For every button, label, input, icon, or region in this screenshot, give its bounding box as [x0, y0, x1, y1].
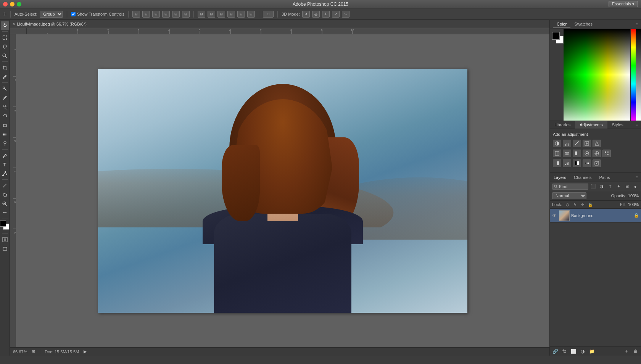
foreground-color[interactable]: [0, 221, 6, 227]
align-top-edges[interactable]: ⊟: [162, 11, 170, 18]
crop-tool[interactable]: [1, 63, 9, 72]
path-selection-tool[interactable]: [1, 169, 9, 178]
align-center-v[interactable]: ⊟: [172, 11, 180, 18]
tab-styles[interactable]: Styles: [607, 121, 628, 129]
filter-shape-btn[interactable]: ✦: [615, 183, 622, 190]
hand-tool[interactable]: [1, 190, 9, 199]
hue-slider[interactable]: [630, 29, 636, 121]
brush-tool[interactable]: [1, 93, 9, 102]
distribute-center-v[interactable]: ⊟: [237, 11, 245, 18]
gradient-tool[interactable]: [1, 130, 9, 139]
tab-color[interactable]: Color: [553, 21, 570, 28]
lock-all-btn[interactable]: 🔒: [587, 201, 593, 208]
invert-btn[interactable]: [553, 159, 561, 167]
channel-mixer-btn[interactable]: [593, 150, 601, 157]
canvas-image[interactable]: [98, 69, 467, 313]
blend-mode-select[interactable]: Normal Multiply Screen Overlay Darken Li…: [552, 192, 586, 199]
distribute-bottom[interactable]: ⊟: [247, 11, 255, 18]
color-picker-area[interactable]: [550, 29, 641, 121]
quick-mask-btn[interactable]: [1, 235, 9, 244]
type-tool[interactable]: T: [1, 160, 9, 169]
color-panel-more[interactable]: ≡: [636, 22, 638, 26]
threshold-btn[interactable]: [573, 159, 581, 167]
history-brush-tool[interactable]: [1, 112, 9, 120]
filter-type-btn[interactable]: T: [607, 183, 614, 190]
fg-chip[interactable]: [552, 32, 560, 40]
tab-channels[interactable]: Channels: [570, 174, 595, 181]
alpha-slider[interactable]: [636, 29, 641, 121]
vibrance-btn[interactable]: [593, 140, 601, 147]
opacity-value[interactable]: 100%: [628, 193, 639, 198]
lock-position-btn[interactable]: ✛: [580, 201, 586, 208]
hue-sat-btn[interactable]: [553, 150, 561, 157]
spot-healing-brush[interactable]: [1, 84, 9, 93]
lock-transparent-btn[interactable]: ⬡: [564, 201, 570, 208]
3d-pan[interactable]: ✛: [322, 11, 330, 18]
add-style-btn[interactable]: fx: [560, 348, 568, 355]
align-right-edges[interactable]: ⊟: [152, 11, 160, 18]
add-mask-btn[interactable]: ⬜: [570, 348, 577, 355]
tab-layers[interactable]: Layers: [550, 174, 570, 181]
3d-rotate[interactable]: ↺: [302, 11, 310, 18]
filter-toggle[interactable]: ●: [632, 183, 639, 190]
new-adj-layer-btn[interactable]: ◑: [579, 348, 586, 355]
close-button[interactable]: [3, 2, 8, 6]
align-left-edges[interactable]: ⊟: [132, 11, 140, 18]
fill-value[interactable]: 100%: [628, 202, 639, 207]
align-center-h[interactable]: ⊟: [142, 11, 150, 18]
canvas-wrapper[interactable]: [16, 34, 549, 347]
layers-more-btn[interactable]: ≡: [633, 174, 641, 180]
zoom-tool[interactable]: [1, 200, 9, 208]
brightness-contrast-btn[interactable]: [553, 140, 561, 147]
gradient-map-btn[interactable]: [583, 159, 591, 167]
brush-tool-2[interactable]: [1, 209, 9, 217]
align-bottom-edges[interactable]: ⊟: [182, 11, 190, 18]
eyedropper-tool[interactable]: [1, 72, 9, 81]
curves-btn[interactable]: [573, 140, 581, 147]
essentials-button[interactable]: Essentials ▾: [609, 1, 638, 7]
move-tool[interactable]: [1, 21, 9, 30]
arrange-btn[interactable]: □: [263, 11, 274, 18]
3d-scale[interactable]: ⤡: [342, 11, 349, 18]
bw-btn[interactable]: [573, 150, 581, 157]
3d-roll[interactable]: ◎: [312, 11, 320, 18]
layer-filter[interactable]: Kind: [552, 184, 588, 190]
distribute-top[interactable]: ⊟: [227, 11, 235, 18]
delete-layer-btn[interactable]: 🗑: [632, 348, 639, 355]
link-layers-btn[interactable]: 🔗: [551, 348, 559, 355]
layer-visibility-eye[interactable]: 👁: [551, 213, 557, 219]
selective-color-btn[interactable]: [593, 159, 601, 167]
eraser-tool[interactable]: [1, 121, 9, 129]
lasso-tool[interactable]: [1, 42, 9, 51]
history-nav-forward[interactable]: ▶: [84, 349, 87, 354]
maximize-button[interactable]: [17, 2, 21, 6]
zoom-info-icon[interactable]: ⊞: [32, 349, 35, 354]
posterize-btn[interactable]: [563, 159, 571, 167]
layer-filter-kind[interactable]: Kind: [559, 184, 567, 189]
pen-tool[interactable]: [1, 151, 9, 159]
distribute-left[interactable]: ⊟: [198, 11, 205, 18]
tab-swatches[interactable]: Swatches: [570, 21, 596, 28]
distribute-center-h[interactable]: ⊟: [208, 11, 215, 18]
3d-slide[interactable]: ⤢: [332, 11, 340, 18]
color-swatches[interactable]: [1, 221, 9, 232]
layer-thumbnail[interactable]: [559, 210, 570, 221]
dodge-tool[interactable]: [1, 139, 9, 148]
layer-row-background[interactable]: 👁 Background 🔒: [550, 209, 641, 222]
quick-select-tool[interactable]: [1, 52, 9, 60]
tab-close-btn[interactable]: ×: [13, 22, 15, 26]
lock-image-btn[interactable]: ✎: [572, 201, 578, 208]
clone-stamp-tool[interactable]: [1, 103, 9, 111]
distribute-right[interactable]: ⊟: [217, 11, 225, 18]
tab-paths[interactable]: Paths: [596, 174, 614, 181]
show-transform-toggle[interactable]: Show Transform Controls: [71, 12, 124, 16]
filter-smartobj-btn[interactable]: ⊞: [623, 183, 630, 190]
line-tool[interactable]: [1, 181, 9, 190]
screen-mode-btn[interactable]: [1, 245, 9, 253]
exposure-btn[interactable]: [583, 140, 591, 147]
color-balance-btn[interactable]: [563, 150, 571, 157]
tab-libraries[interactable]: Libraries: [550, 121, 575, 129]
filter-adj-btn[interactable]: ◑: [598, 183, 605, 190]
color-spectrum[interactable]: [564, 29, 630, 121]
new-group-btn[interactable]: 📁: [588, 348, 596, 355]
